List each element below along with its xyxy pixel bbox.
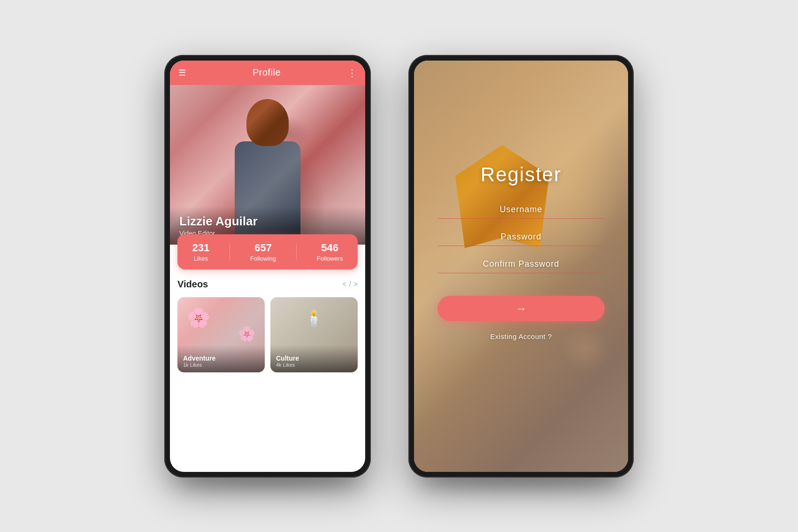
username-field[interactable]: Username: [437, 205, 605, 219]
register-background-wrapper: Register Username Password Confirm Passw…: [414, 61, 628, 472]
nav-left-arrow[interactable]: <: [343, 280, 346, 288]
profile-title: Profile: [253, 67, 281, 78]
menu-icon[interactable]: ☰: [178, 69, 186, 77]
submit-arrow-icon: →: [515, 302, 527, 315]
username-line: [437, 218, 605, 219]
nav-slash: /: [349, 280, 351, 288]
video-likes-adventure: 1k Likes: [183, 362, 259, 368]
videos-header: Videos < / >: [177, 279, 358, 290]
stats-bar: 231 Likes 657 Following 546 Followers: [177, 234, 358, 270]
existing-account-link[interactable]: Existing Account ?: [490, 332, 552, 340]
password-line: [437, 246, 605, 246]
video-grid: Adventure 1k Likes Culture 4k Likes: [177, 297, 358, 372]
videos-section: Videos < / > Adventure 1k Likes: [170, 270, 365, 380]
videos-title: Videos: [177, 279, 208, 290]
video-name-culture: Culture: [276, 355, 352, 362]
profile-hero: Lizzie Aguilar Video Editor: [170, 85, 365, 245]
nav-right-arrow[interactable]: >: [354, 280, 358, 288]
video-card-culture[interactable]: Culture 4k Likes: [270, 297, 358, 372]
followers-label: Followers: [317, 255, 343, 262]
confirm-password-line: [437, 273, 605, 273]
profile-header: ☰ Profile ⋮: [170, 61, 365, 85]
video-label-adventure: Adventure 1k Likes: [177, 345, 265, 372]
followers-count: 546: [317, 242, 343, 254]
register-content: Register Username Password Confirm Passw…: [414, 61, 628, 472]
video-nav-arrows[interactable]: < / >: [343, 280, 358, 288]
register-phone: Register Username Password Confirm Passw…: [408, 55, 634, 478]
video-card-adventure[interactable]: Adventure 1k Likes: [177, 297, 265, 372]
password-label: Password: [437, 232, 605, 242]
register-screen: Register Username Password Confirm Passw…: [414, 61, 628, 472]
stat-following: 657 Following: [250, 242, 276, 262]
stat-divider-2: [296, 244, 297, 260]
video-name-adventure: Adventure: [183, 355, 259, 362]
person-head: [246, 99, 289, 146]
stat-followers: 546 Followers: [317, 242, 343, 262]
video-label-culture: Culture 4k Likes: [270, 345, 358, 372]
register-title: Register: [481, 163, 561, 186]
more-options-icon[interactable]: ⋮: [347, 67, 357, 78]
profile-name: Lizzie Aguilar: [179, 214, 356, 229]
profile-phone: ☰ Profile ⋮ Lizzie Aguilar Video Editor …: [164, 55, 371, 478]
password-field[interactable]: Password: [437, 232, 605, 246]
likes-count: 231: [192, 242, 209, 254]
video-likes-culture: 4k Likes: [276, 362, 352, 368]
stat-likes: 231 Likes: [192, 242, 209, 262]
confirm-password-label: Confirm Password: [437, 259, 605, 269]
profile-screen: ☰ Profile ⋮ Lizzie Aguilar Video Editor …: [170, 61, 365, 472]
following-label: Following: [250, 255, 276, 262]
following-count: 657: [250, 242, 276, 254]
username-label: Username: [437, 205, 605, 215]
likes-label: Likes: [192, 255, 209, 262]
confirm-password-field[interactable]: Confirm Password: [437, 259, 605, 273]
stat-divider-1: [230, 244, 230, 260]
register-submit-button[interactable]: →: [437, 296, 605, 321]
